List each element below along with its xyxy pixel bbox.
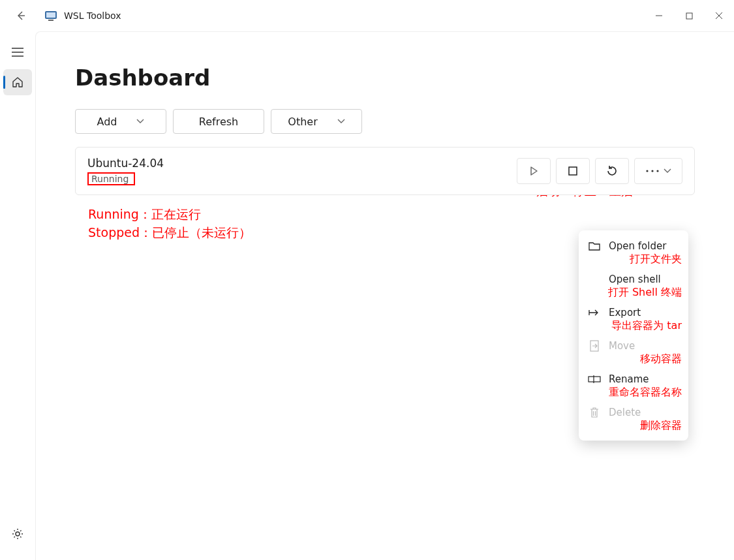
distro-status: Running: [87, 172, 135, 185]
toolbar: Add Refresh Other: [75, 109, 695, 134]
refresh-button[interactable]: Refresh: [173, 109, 264, 134]
svg-point-4: [16, 532, 20, 536]
svg-point-6: [646, 170, 648, 172]
svg-rect-3: [686, 13, 692, 19]
distro-actions: [517, 158, 682, 184]
minimize-button[interactable]: [644, 5, 674, 26]
svg-rect-1: [46, 12, 55, 18]
menu-delete: Delete: [579, 402, 688, 419]
main-content: Dashboard Add Refresh Other: [35, 31, 734, 560]
menu-rename[interactable]: Rename: [579, 369, 688, 386]
chevron-down-icon: [136, 119, 144, 124]
anno-move: 移动容器: [579, 352, 688, 369]
hamburger-icon: [12, 48, 23, 57]
stop-button[interactable]: [556, 158, 590, 184]
menu-export[interactable]: Export: [579, 302, 688, 319]
anno-open-folder: 打开文件夹: [579, 253, 688, 269]
other-button[interactable]: Other: [271, 109, 362, 134]
anno-export: 导出容器为 tar: [579, 319, 688, 335]
app-window: WSL Toolbox: [0, 0, 734, 560]
titlebar-left: WSL Toolbox: [8, 9, 121, 22]
folder-icon: [588, 240, 601, 253]
refresh-button-label: Refresh: [199, 116, 238, 128]
menu-rename-label: Rename: [609, 373, 649, 385]
trash-icon: [588, 406, 601, 419]
menu-delete-label: Delete: [609, 407, 641, 418]
maximize-icon: [686, 12, 693, 20]
start-button[interactable]: [517, 158, 551, 184]
anno-rename: 重命名容器名称: [579, 386, 688, 402]
menu-move-label: Move: [609, 340, 635, 352]
svg-point-7: [651, 170, 653, 172]
window-controls: [644, 5, 734, 26]
body-area: Dashboard Add Refresh Other: [0, 31, 734, 560]
page-title: Dashboard: [75, 65, 695, 91]
settings-button[interactable]: [3, 521, 32, 547]
add-button-label: Add: [97, 116, 117, 128]
menu-move: Move: [579, 335, 688, 352]
sidebar-top: [3, 39, 32, 95]
svg-rect-10: [589, 377, 600, 382]
export-icon: [588, 306, 601, 319]
menu-open-shell-label: Open shell: [609, 273, 661, 285]
legend-running: Running：正在运行: [88, 206, 695, 224]
menu-open-shell[interactable]: Open shell: [579, 269, 688, 286]
restart-icon: [605, 164, 619, 178]
back-button[interactable]: [8, 10, 34, 21]
close-button[interactable]: [704, 5, 734, 26]
maximize-button[interactable]: [674, 5, 704, 26]
chevron-down-icon: [337, 119, 345, 124]
arrow-left-icon: [16, 10, 26, 21]
minimize-icon: [655, 12, 663, 20]
app-icon: [44, 9, 57, 22]
sidebar: [0, 31, 35, 560]
svg-rect-2: [48, 20, 54, 21]
app-title: WSL Toolbox: [64, 10, 121, 21]
shell-icon: [588, 273, 601, 286]
app-title-group: WSL Toolbox: [44, 9, 121, 22]
add-button[interactable]: Add: [75, 109, 166, 134]
more-icon: [645, 169, 660, 173]
other-button-label: Other: [288, 116, 317, 128]
home-icon: [12, 76, 23, 88]
menu-open-folder-label: Open folder: [609, 240, 666, 252]
distro-info: Ubuntu-24.04 Running: [87, 157, 164, 185]
svg-rect-5: [569, 167, 577, 175]
nav-item-home[interactable]: [3, 69, 32, 95]
restart-button[interactable]: [595, 158, 629, 184]
more-actions-button[interactable]: [634, 158, 682, 184]
menu-open-folder[interactable]: Open folder: [579, 236, 688, 253]
svg-point-8: [656, 170, 658, 172]
titlebar: WSL Toolbox: [0, 0, 734, 31]
chevron-down-icon: [664, 168, 671, 174]
rename-icon: [588, 373, 601, 386]
gear-icon: [11, 527, 24, 540]
close-icon: [715, 12, 723, 20]
context-menu: Open folder 打开文件夹 Open shell 打开 Shell 终端…: [579, 230, 688, 441]
menu-export-label: Export: [609, 307, 641, 319]
stop-icon: [567, 165, 579, 177]
anno-delete: 删除容器: [579, 419, 688, 435]
distro-section: 启动 停止 重启 Ubuntu-24.04 Running: [75, 147, 695, 241]
distro-card: Ubuntu-24.04 Running: [75, 147, 695, 195]
nav-toggle-button[interactable]: [3, 39, 32, 65]
play-icon: [528, 165, 540, 177]
anno-open-shell: 打开 Shell 终端: [579, 286, 688, 302]
distro-name: Ubuntu-24.04: [87, 157, 164, 170]
move-icon: [588, 339, 601, 352]
